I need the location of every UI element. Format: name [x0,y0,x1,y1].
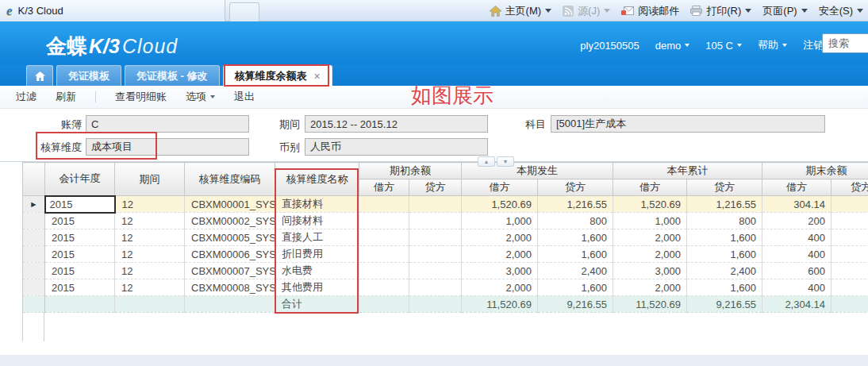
total-label: 合计 [275,296,359,313]
feeds-menu[interactable]: 源(J) [563,4,610,18]
balance-grid: 会计年度 期间 核算维度编码 核算维度名称 期初余额 本期发生 本年累计 期末余… [0,161,868,313]
col-header-current-debit: 借方 [462,179,538,196]
grid-empty-area [22,313,44,341]
mail-icon [621,6,634,16]
options-menu[interactable]: 选项 [186,90,215,104]
filter-button[interactable]: 过滤 [16,90,36,104]
read-mail-button[interactable]: 阅读邮件 [621,4,679,18]
logout-button[interactable]: 注销 [803,38,824,52]
tab-dimension-balance-active[interactable]: 核算维度余额表 × [223,65,332,86]
home-icon [490,6,501,17]
tab-voucher-template-edit[interactable]: 凭证模板 - 修改 [125,65,220,86]
browser-tab-title: K/3 Cloud [18,5,63,17]
book-field[interactable] [86,115,249,133]
filter-form: 账簿 期间 科目 核算维度 币别 [0,109,868,161]
username-label: ply20150505 [580,40,639,52]
rss-icon [563,6,574,17]
dimension-label: 核算维度 [0,141,82,155]
printer-icon [690,6,702,16]
col-header-ytd-debit: 借方 [613,179,687,196]
table-row[interactable]: 2015 12 CBXM00007_SYS 水电费 3,000 2,400 3,… [23,263,868,279]
row-indicator[interactable] [23,246,45,263]
refresh-button[interactable]: 刷新 [56,90,76,104]
tab-voucher-template[interactable]: 凭证模板 [56,65,121,86]
org-menu[interactable]: 105 C [705,40,742,52]
toolbar-divider [95,91,96,102]
grid-corner [23,163,45,196]
home-menu[interactable]: 主页(M) [490,4,552,18]
search-input[interactable] [822,33,868,53]
exit-button[interactable]: 退出 [234,90,255,104]
tab-home[interactable] [26,65,53,86]
account-label: 科目 [484,118,546,132]
currency-label: 币别 [238,141,300,155]
help-menu[interactable]: 帮助 [758,38,787,52]
col-header-period: 期间 [115,163,185,196]
col-header-begin-credit: 贷方 [409,179,462,196]
browser-titlebar: e K/3 Cloud 主页(M) 源(J) 阅读邮件 打印(R) [0,0,868,21]
col-header-current-credit: 贷方 [538,179,613,196]
chevron-down-icon [737,44,742,47]
chevron-down-icon [857,9,863,13]
row-indicator[interactable] [23,263,45,279]
collapse-down-button[interactable]: ▼ [497,156,514,167]
print-menu[interactable]: 打印(R) [690,4,751,18]
report-toolbar: 过滤 刷新 查看明细账 选项 退出 [0,86,868,109]
page-tabstrip: 凭证模板 凭证模板 - 修改 核算维度余额表 × [0,64,868,86]
chevron-down-icon [685,44,689,47]
table-row[interactable]: 2015 12 CBXM00002_SYS 间接材料 1,000 800 1,0… [23,213,868,229]
chevron-down-icon[interactable] [604,9,610,13]
row-indicator[interactable] [23,213,45,229]
view-detail-ledger-button[interactable]: 查看明细账 [115,90,167,104]
ie-favicon-icon: e [6,4,13,17]
col-header-begin-debit: 借方 [359,179,409,196]
col-header-end-debit: 借方 [762,179,832,196]
table-row[interactable]: 2015 12 CBXM00005_SYS 直接人工 2,000 1,600 2… [23,229,868,246]
demo-menu[interactable]: demo [655,40,690,52]
row-indicator[interactable] [23,229,45,246]
table-row[interactable]: 2015 12 CBXM00006_SYS 折旧费用 2,000 1,600 2… [23,246,868,263]
row-indicator[interactable] [23,279,45,296]
close-icon[interactable]: × [314,71,321,82]
collapse-up-button[interactable]: ▲ [478,156,495,167]
home-icon [35,71,45,81]
account-field[interactable] [551,115,825,133]
browser-command-bar: 主页(M) 源(J) 阅读邮件 打印(R) 页面(P) [490,0,863,21]
table-row[interactable]: 2015 12 CBXM00008_SYS 其他费用 2,000 1,600 2… [23,279,868,296]
bottom-strip [0,355,868,366]
total-row: 合计 11,520.69 9,216.55 11,520.69 9,216.55… [23,296,868,313]
k3-cloud-window: e K/3 Cloud 主页(M) 源(J) 阅读邮件 打印(R) [0,0,868,366]
focused-cell[interactable]: 2015 [45,196,115,213]
col-header-year: 会计年度 [45,163,115,196]
chevron-down-icon[interactable] [745,9,751,13]
group-header-ytd: 本年累计 [613,163,762,179]
row-indicator [23,296,45,313]
app-header: 金蝶K/3Cloud ply20150505 demo 105 C 帮助 注销 [0,21,868,64]
chevron-down-icon [801,9,808,13]
header-user-area: ply20150505 demo 105 C 帮助 注销 [580,38,824,52]
chevron-down-icon [782,44,787,47]
col-header-ytd-credit: 贷方 [687,179,762,196]
panel-collapser: ▲ ▼ [478,156,514,167]
group-header-end: 期末余额 [762,163,868,179]
safety-menu[interactable]: 安全(S) [819,4,863,18]
chevron-down-icon [210,95,215,98]
book-label: 账簿 [0,118,82,132]
chevron-down-icon[interactable] [545,9,551,13]
currency-field[interactable] [305,138,488,156]
dimension-field[interactable] [86,138,249,156]
grid-viewport[interactable]: 会计年度 期间 核算维度编码 核算维度名称 期初余额 本期发生 本年累计 期末余… [22,162,868,313]
browser-tab[interactable]: e K/3 Cloud [0,0,225,21]
col-header-code: 核算维度编码 [185,163,275,196]
group-header-begin: 期初余额 [359,163,462,179]
report-content: 账簿 期间 科目 核算维度 币别 [0,109,868,366]
period-field[interactable] [305,115,488,133]
period-label: 期间 [238,118,300,132]
col-header-name: 核算维度名称 [275,163,359,196]
new-tab-button[interactable] [229,2,259,21]
table-row[interactable]: ▶ 2015 12 CBXM00001_SYS 直接材料 1,520.69 1,… [23,196,868,213]
col-header-end-credit: 贷方 [832,179,868,196]
k3-cloud-logo: 金蝶K/3Cloud [46,33,178,60]
row-indicator[interactable]: ▶ [23,196,45,213]
page-menu[interactable]: 页面(P) [762,4,807,18]
